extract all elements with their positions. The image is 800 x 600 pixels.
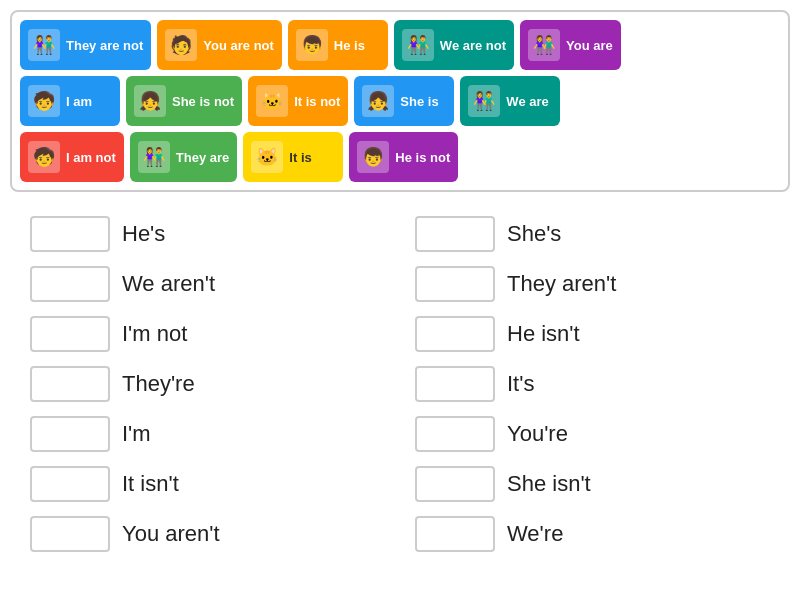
answer-box-were[interactable] xyxy=(415,516,495,552)
answer-label-im: I'm xyxy=(122,421,151,447)
answer-row-left-5: It isn't xyxy=(30,462,385,506)
card-icon: 👫 xyxy=(402,29,434,61)
card-row-2: 🧒 I am 👧 She is not 🐱 It is not 👧 She is… xyxy=(20,76,780,126)
answer-row-left-1: We aren't xyxy=(30,262,385,306)
card-they-are[interactable]: 👫 They are xyxy=(130,132,237,182)
answer-box-we-arent[interactable] xyxy=(30,266,110,302)
answer-box-shes[interactable] xyxy=(415,216,495,252)
card-icon: 👫 xyxy=(468,85,500,117)
answer-row-left-4: I'm xyxy=(30,412,385,456)
answer-row-right-0: She's xyxy=(415,212,770,256)
card-it-is[interactable]: 🐱 It is xyxy=(243,132,343,182)
card-label: It is xyxy=(289,150,335,165)
card-we-are-not[interactable]: 👫 We are not xyxy=(394,20,514,70)
answer-box-you-arent[interactable] xyxy=(30,516,110,552)
answer-box-hes[interactable] xyxy=(30,216,110,252)
card-icon: 🧑 xyxy=(165,29,197,61)
answer-section: He's She's We aren't They aren't I'm not… xyxy=(10,212,790,556)
card-you-are-not[interactable]: 🧑 You are not xyxy=(157,20,282,70)
card-icon: 👧 xyxy=(134,85,166,117)
answer-box-she-isnt[interactable] xyxy=(415,466,495,502)
card-she-is[interactable]: 👧 She is xyxy=(354,76,454,126)
card-label: She is not xyxy=(172,94,234,109)
card-icon: 🐱 xyxy=(251,141,283,173)
answer-label-youre: You're xyxy=(507,421,568,447)
answer-box-theyre[interactable] xyxy=(30,366,110,402)
card-label: You are xyxy=(566,38,613,53)
answer-row-right-2: He isn't xyxy=(415,312,770,356)
answer-label-we-arent: We aren't xyxy=(122,271,215,297)
answer-row-left-6: You aren't xyxy=(30,512,385,556)
answer-label-you-arent: You aren't xyxy=(122,521,220,547)
card-label: It is not xyxy=(294,94,340,109)
answer-label-it-isnt: It isn't xyxy=(122,471,179,497)
answer-box-im[interactable] xyxy=(30,416,110,452)
card-they-are-not[interactable]: 👫 They are not xyxy=(20,20,151,70)
card-he-is-not[interactable]: 👦 He is not xyxy=(349,132,458,182)
card-it-is-not[interactable]: 🐱 It is not xyxy=(248,76,348,126)
card-bank: 👫 They are not 🧑 You are not 👦 He is 👫 W… xyxy=(10,10,790,192)
answer-label-she-isnt: She isn't xyxy=(507,471,591,497)
card-label: He is xyxy=(334,38,380,53)
card-we-are[interactable]: 👫 We are xyxy=(460,76,560,126)
card-he-is[interactable]: 👦 He is xyxy=(288,20,388,70)
card-icon: 👫 xyxy=(528,29,560,61)
card-icon: 👫 xyxy=(138,141,170,173)
answer-row-right-6: We're xyxy=(415,512,770,556)
card-label: They are not xyxy=(66,38,143,53)
answer-row-left-0: He's xyxy=(30,212,385,256)
answer-label-were: We're xyxy=(507,521,563,547)
answer-row-left-3: They're xyxy=(30,362,385,406)
card-icon: 🐱 xyxy=(256,85,288,117)
card-icon: 👫 xyxy=(28,29,60,61)
answer-label-hes: He's xyxy=(122,221,165,247)
card-row-3: 🧒 I am not 👫 They are 🐱 It is 👦 He is no… xyxy=(20,132,780,182)
card-she-is-not[interactable]: 👧 She is not xyxy=(126,76,242,126)
card-icon: 👧 xyxy=(362,85,394,117)
answer-row-right-1: They aren't xyxy=(415,262,770,306)
answer-row-right-4: You're xyxy=(415,412,770,456)
answer-row-right-3: It's xyxy=(415,362,770,406)
answer-box-its[interactable] xyxy=(415,366,495,402)
card-icon: 👦 xyxy=(296,29,328,61)
answer-box-im-not[interactable] xyxy=(30,316,110,352)
card-label: She is xyxy=(400,94,446,109)
card-icon: 🧒 xyxy=(28,141,60,173)
card-i-am[interactable]: 🧒 I am xyxy=(20,76,120,126)
answer-box-he-isnt[interactable] xyxy=(415,316,495,352)
card-label: You are not xyxy=(203,38,274,53)
answer-row-left-2: I'm not xyxy=(30,312,385,356)
card-label: They are xyxy=(176,150,229,165)
answer-row-right-5: She isn't xyxy=(415,462,770,506)
card-label: We are xyxy=(506,94,552,109)
card-label: He is not xyxy=(395,150,450,165)
card-i-am-not[interactable]: 🧒 I am not xyxy=(20,132,124,182)
answer-box-youre[interactable] xyxy=(415,416,495,452)
answer-box-it-isnt[interactable] xyxy=(30,466,110,502)
answer-label-shes: She's xyxy=(507,221,561,247)
card-you-are[interactable]: 👫 You are xyxy=(520,20,621,70)
answer-label-they-arent: They aren't xyxy=(507,271,616,297)
card-icon: 🧒 xyxy=(28,85,60,117)
card-label: I am xyxy=(66,94,112,109)
answer-label-theyre: They're xyxy=(122,371,195,397)
answer-box-they-arent[interactable] xyxy=(415,266,495,302)
answer-label-im-not: I'm not xyxy=(122,321,187,347)
card-label: We are not xyxy=(440,38,506,53)
card-icon: 👦 xyxy=(357,141,389,173)
answer-label-its: It's xyxy=(507,371,534,397)
card-row-1: 👫 They are not 🧑 You are not 👦 He is 👫 W… xyxy=(20,20,780,70)
answer-label-he-isnt: He isn't xyxy=(507,321,580,347)
card-label: I am not xyxy=(66,150,116,165)
